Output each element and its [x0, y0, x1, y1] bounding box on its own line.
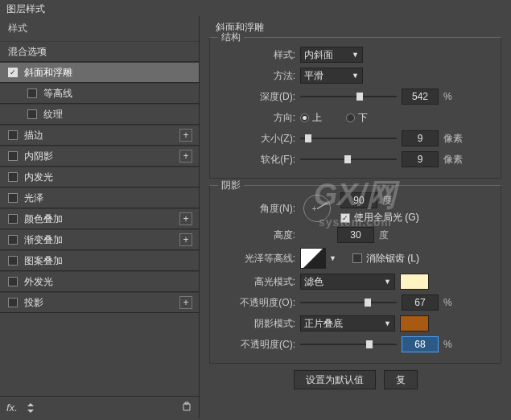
make-default-button[interactable]: 设置为默认值	[294, 370, 376, 389]
checkbox-icon	[352, 253, 362, 263]
shadow-opacity-input[interactable]: 68	[402, 336, 439, 352]
reset-button[interactable]: 复	[384, 370, 418, 389]
highlight-mode-label: 高光模式:	[218, 275, 295, 289]
angle-input[interactable]: 90	[340, 192, 377, 208]
size-slider[interactable]	[300, 133, 397, 144]
fx-icon[interactable]: fx.	[6, 401, 18, 414]
angle-label: 角度(N):	[218, 202, 295, 216]
panel-title: 斜面和浮雕	[216, 21, 501, 35]
style-label: 样式:	[218, 48, 295, 62]
depth-unit: %	[443, 91, 452, 102]
highlight-opacity-label: 不透明度(O):	[218, 296, 295, 310]
chevron-down-icon: ▼	[352, 51, 359, 59]
sidebar-item-6[interactable]: 光泽	[0, 187, 199, 208]
global-light-checkbox[interactable]: ✓ 使用全局光 (G)	[340, 211, 419, 224]
sidebar-item-label: 图案叠加	[24, 254, 63, 268]
highlight-opacity-slider[interactable]	[300, 297, 397, 308]
angle-unit: 度	[382, 194, 392, 208]
sidebar-footer: fx.	[0, 396, 199, 418]
sidebar-blend-options[interactable]: 混合选项	[0, 41, 199, 62]
checkbox-icon[interactable]	[8, 151, 18, 161]
checkbox-icon[interactable]	[8, 214, 18, 224]
technique-label: 方法:	[218, 69, 295, 83]
plus-icon[interactable]: +	[179, 212, 192, 225]
sidebar-item-label: 内阴影	[24, 150, 53, 163]
sidebar-item-label: 等高线	[43, 87, 72, 101]
size-label: 大小(Z):	[218, 132, 295, 146]
shadow-mode-label: 阴影模式:	[218, 317, 295, 331]
sidebar-item-10[interactable]: 外发光	[0, 271, 199, 292]
style-select[interactable]: 内斜面▼	[300, 47, 363, 63]
checkbox-icon[interactable]	[8, 130, 18, 140]
contour-picker[interactable]	[300, 248, 326, 269]
sidebar-item-3[interactable]: 描边+	[0, 125, 199, 146]
shadow-color-swatch[interactable]	[400, 315, 429, 331]
angle-crosshair-icon: +	[312, 204, 317, 213]
shadow-mode-select[interactable]: 正片叠底▼	[300, 315, 395, 331]
style-select-value: 内斜面	[304, 48, 333, 62]
sidebar-item-label: 投影	[24, 296, 43, 310]
size-unit: 像素	[443, 132, 463, 146]
sidebar-item-0[interactable]: ✓斜面和浮雕	[0, 62, 199, 83]
dialog-title: 图层样式	[0, 0, 511, 16]
altitude-input[interactable]: 30	[337, 227, 374, 243]
soften-slider[interactable]	[300, 154, 397, 165]
highlight-mode-select[interactable]: 滤色▼	[300, 274, 395, 290]
angle-control[interactable]: +	[303, 195, 331, 222]
plus-icon[interactable]: +	[179, 233, 192, 246]
sidebar-item-label: 内发光	[24, 171, 53, 184]
checkbox-icon[interactable]	[8, 172, 18, 182]
chevron-down-icon[interactable]: ▼	[329, 254, 336, 262]
sidebar-item-2[interactable]: 纹理	[0, 104, 199, 125]
size-input[interactable]: 9	[402, 130, 439, 146]
checkbox-icon[interactable]	[8, 298, 18, 307]
sidebar-blend-options-label: 混合选项	[8, 45, 47, 59]
highlight-color-swatch[interactable]	[400, 274, 429, 290]
checkbox-icon[interactable]	[8, 235, 18, 245]
shading-group-label: 阴影	[218, 179, 244, 192]
highlight-opacity-unit: %	[443, 297, 452, 308]
sidebar-item-label: 渐变叠加	[24, 233, 63, 247]
technique-select[interactable]: 平滑▼	[300, 68, 363, 84]
soften-unit: 像素	[443, 153, 463, 167]
checkbox-icon[interactable]	[8, 193, 18, 203]
structure-group: 结构 样式: 内斜面▼ 方法: 平滑▼ 深度(D): 542	[209, 37, 501, 179]
sidebar-item-label: 描边	[24, 129, 43, 142]
up-down-icon[interactable]	[26, 401, 35, 414]
checkbox-icon[interactable]	[27, 89, 37, 98]
plus-icon[interactable]: +	[179, 150, 192, 163]
checkbox-icon: ✓	[340, 213, 350, 223]
checkbox-icon[interactable]	[8, 256, 18, 266]
sidebar-item-5[interactable]: 内发光	[0, 167, 199, 187]
sidebar-item-7[interactable]: 颜色叠加+	[0, 208, 199, 229]
trash-icon[interactable]	[181, 401, 192, 414]
highlight-mode-value: 滤色	[304, 275, 323, 289]
highlight-opacity-input[interactable]: 67	[402, 294, 439, 311]
soften-input[interactable]: 9	[402, 151, 439, 167]
checkbox-icon[interactable]: ✓	[8, 68, 18, 77]
shadow-opacity-slider[interactable]	[300, 339, 397, 350]
altitude-unit: 度	[379, 229, 389, 242]
sidebar-item-4[interactable]: 内阴影+	[0, 146, 199, 167]
direction-down-radio[interactable]: 下	[346, 111, 368, 125]
antialias-checkbox[interactable]: 消除锯齿 (L)	[352, 252, 419, 266]
checkbox-icon[interactable]	[27, 109, 37, 119]
shading-group: 阴影 角度(N): + 90 度 ✓ 使用全局光 (G	[209, 185, 501, 364]
sidebar-item-11[interactable]: 投影+	[0, 292, 199, 313]
sidebar-item-1[interactable]: 等高线	[0, 83, 199, 104]
plus-icon[interactable]: +	[179, 296, 192, 309]
sidebar-item-8[interactable]: 渐变叠加+	[0, 229, 199, 250]
shadow-opacity-unit: %	[443, 339, 452, 350]
direction-up-radio[interactable]: 上	[300, 111, 322, 125]
shadow-opacity-label: 不透明度(C):	[218, 338, 295, 352]
sidebar-styles-header[interactable]: 样式	[0, 16, 199, 41]
sidebar-item-9[interactable]: 图案叠加	[0, 250, 199, 271]
depth-slider[interactable]	[300, 91, 397, 102]
checkbox-icon[interactable]	[8, 277, 18, 286]
plus-icon[interactable]: +	[179, 129, 192, 142]
main-panel: 斜面和浮雕 结构 样式: 内斜面▼ 方法: 平滑▼ 深度(D)	[200, 16, 511, 418]
chevron-down-icon: ▼	[384, 278, 391, 286]
sidebar-item-label: 纹理	[43, 108, 63, 121]
depth-input[interactable]: 542	[402, 89, 439, 105]
sidebar-item-label: 斜面和浮雕	[24, 66, 72, 80]
